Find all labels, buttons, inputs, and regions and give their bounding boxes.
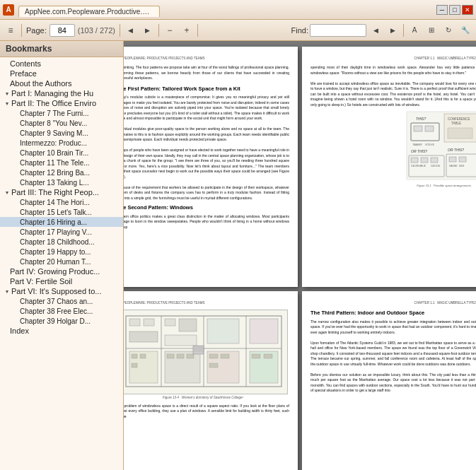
bookmark-label: Part IV: Growing Produc... bbox=[10, 267, 122, 276]
tree-toggle-icon[interactable]: ▼ bbox=[3, 89, 11, 98]
bookmark-item-contents[interactable]: Contents bbox=[0, 59, 123, 69]
bookmark-item-ch11[interactable]: Chapter 11 The Tele... bbox=[0, 158, 123, 168]
svg-rect-46 bbox=[167, 354, 174, 358]
svg-text:CONFERENCE: CONFERENCE bbox=[448, 117, 470, 121]
bookmark-item-part-ii[interactable]: ▼Part II: The Office Enviro bbox=[0, 98, 123, 108]
bookmark-item-index[interactable]: Index bbox=[0, 326, 123, 336]
back-button[interactable]: ◀ bbox=[123, 23, 139, 38]
toolbar-separator-4 bbox=[197, 24, 198, 37]
svg-text:GECKIE: GECKIE bbox=[431, 165, 441, 168]
find-input[interactable] bbox=[310, 24, 366, 37]
bookmark-item-part-iii[interactable]: ▼Part III: The Right Peop... bbox=[0, 187, 123, 197]
active-tab[interactable]: AppNee.com.Peopleware.Productive.Project… bbox=[18, 6, 160, 17]
tree-toggle-icon bbox=[13, 109, 20, 117]
svg-rect-13 bbox=[411, 158, 418, 163]
tree-toggle-icon bbox=[13, 148, 20, 157]
svg-text:SUE: SUE bbox=[421, 165, 426, 168]
zoom-out-button[interactable]: − bbox=[162, 23, 178, 38]
rotate-button[interactable]: ↻ bbox=[441, 23, 456, 38]
bookmark-item-ch12[interactable]: Chapter 12 Bring Ba... bbox=[0, 168, 123, 177]
maximize-button[interactable]: □ bbox=[449, 5, 460, 15]
text-tool-button[interactable]: A bbox=[407, 23, 422, 38]
svg-rect-14 bbox=[421, 158, 428, 163]
find-label: Find: bbox=[291, 26, 308, 35]
bookmark-item-ch20[interactable]: Chapter 20 Human T... bbox=[0, 257, 123, 266]
page-87-header: CHAPTER 1.1 MAGIC UMBRELLA TYPES 87 bbox=[310, 301, 476, 305]
bookmarks-tree[interactable]: ContentsPrefaceAbout the Authors▼Part I:… bbox=[0, 57, 123, 470]
find-prev-button[interactable]: ◀ bbox=[368, 23, 383, 38]
bookmark-item-ch37[interactable]: Chapter 37 Chaos an... bbox=[0, 296, 123, 306]
figure-13-1-caption: Figure 13-1 Possible space arrangements. bbox=[405, 184, 476, 188]
section-2-body: Modern office politics makes a great cla… bbox=[124, 214, 289, 230]
tree-toggle-icon[interactable]: ▼ bbox=[3, 99, 11, 107]
page-number-input[interactable] bbox=[50, 24, 75, 37]
forward-button[interactable]: ▶ bbox=[140, 23, 156, 38]
toolbar-separator-2 bbox=[120, 24, 120, 37]
bookmark-item-ch10[interactable]: Chapter 10 Brain Tir... bbox=[0, 148, 123, 158]
bookmark-label: Chapter 11 The Tele... bbox=[20, 159, 122, 167]
bookmark-item-ch15[interactable]: Chapter 15 Let's Talk... bbox=[0, 207, 123, 217]
tree-toggle-icon[interactable]: ▼ bbox=[3, 287, 11, 295]
bookmark-item-ch8[interactable]: Chapter 8 "You Nev... bbox=[0, 118, 123, 128]
tree-toggle-icon bbox=[13, 129, 20, 137]
menu-button[interactable]: ≡ bbox=[3, 23, 18, 38]
svg-rect-10 bbox=[448, 128, 472, 139]
bookmark-label: Chapter 16 Hiring a... bbox=[20, 218, 122, 226]
tree-toggle-icon bbox=[13, 198, 20, 206]
svg-rect-31 bbox=[129, 319, 140, 326]
svg-rect-47 bbox=[177, 354, 184, 358]
bookmark-label: Chapter 12 Bring Ba... bbox=[20, 169, 122, 177]
svg-rect-34 bbox=[165, 319, 175, 326]
select-tool-button[interactable]: ⊞ bbox=[424, 23, 439, 38]
close-button[interactable]: ✕ bbox=[462, 5, 473, 15]
pdf-page-86: 86 PEOPLEWARE: PRODUCTIVE PROJECTS AND T… bbox=[124, 291, 298, 470]
floorplan-svg bbox=[124, 310, 288, 394]
bookmark-item-ch38[interactable]: Chapter 38 Free Elec... bbox=[0, 306, 123, 316]
bookmark-item-ch18[interactable]: Chapter 18 Childhood... bbox=[0, 237, 123, 247]
svg-rect-50 bbox=[221, 354, 229, 358]
zoom-in-button[interactable]: + bbox=[179, 23, 195, 38]
bookmark-item-about-authors[interactable]: About the Authors bbox=[0, 78, 123, 88]
bookmark-item-part-i[interactable]: ▼Part I: Managing the Hu bbox=[0, 88, 123, 98]
bookmark-label: Part V: Fertile Soil bbox=[10, 277, 122, 286]
page-86-header: 86 PEOPLEWARE: PRODUCTIVE PROJECTS AND T… bbox=[124, 301, 289, 305]
bookmark-item-ch39[interactable]: Chapter 39 Holgar D... bbox=[0, 316, 123, 326]
svg-rect-32 bbox=[144, 319, 154, 326]
svg-rect-33 bbox=[129, 331, 158, 342]
bookmark-label: Chapter 14 The Hori... bbox=[20, 199, 122, 206]
bookmark-item-ch17[interactable]: Chapter 17 Playing V... bbox=[0, 227, 123, 237]
bookmark-label: Chapter 10 Brain Tir... bbox=[20, 149, 122, 157]
bookmark-item-part-iv[interactable]: Part IV: Growing Produc... bbox=[0, 266, 123, 276]
bookmark-item-ch7[interactable]: Chapter 7 The Furni... bbox=[0, 108, 123, 118]
tree-toggle-icon bbox=[13, 119, 20, 127]
pdf-content-area[interactable]: 84 PEOPLEWARE: PRODUCTIVE PROJECTS AND T… bbox=[124, 41, 476, 470]
tree-toggle-icon bbox=[3, 267, 10, 276]
bookmark-item-ch13[interactable]: Chapter 13 Taking L... bbox=[0, 177, 123, 187]
tree-toggle-icon bbox=[3, 79, 10, 88]
bookmark-label: Chapter 19 Happy to... bbox=[20, 248, 122, 256]
bookmark-item-part-v[interactable]: Part V: Fertile Soil bbox=[0, 276, 123, 286]
tools-button[interactable]: 🔧 bbox=[458, 23, 473, 38]
svg-rect-35 bbox=[179, 319, 197, 331]
find-next-button[interactable]: ▶ bbox=[385, 23, 400, 38]
bookmark-label: Chapter 13 Taking L... bbox=[20, 179, 122, 187]
bookmark-item-intermezzo[interactable]: Intermezzo: Produc... bbox=[0, 138, 123, 148]
bookmark-label: Chapter 20 Human T... bbox=[20, 258, 122, 266]
tree-toggle-icon bbox=[13, 158, 20, 167]
bookmark-item-part-vi[interactable]: ▼Part VI: It's Supposed to... bbox=[0, 286, 123, 296]
page-84-header: 84 PEOPLEWARE: PRODUCTIVE PROJECTS AND T… bbox=[124, 57, 289, 61]
bookmark-item-ch9[interactable]: Chapter 9 Saving M... bbox=[0, 128, 123, 138]
tree-toggle-icon[interactable]: ▼ bbox=[3, 188, 11, 196]
svg-rect-15 bbox=[431, 158, 438, 163]
svg-text:NED: NED bbox=[459, 165, 465, 168]
toolbar-separator-1 bbox=[21, 24, 22, 37]
tree-toggle-icon bbox=[13, 307, 20, 315]
bookmark-label: Part II: The Office Enviro bbox=[11, 99, 122, 107]
bookmark-item-ch16[interactable]: Chapter 16 Hiring a... bbox=[0, 217, 123, 227]
bookmark-item-ch14[interactable]: Chapter 14 The Hori... bbox=[0, 197, 123, 207]
bookmark-item-preface[interactable]: Preface bbox=[0, 69, 123, 78]
toolbar-right: Find: ◀ ▶ A ⊞ ↻ 🔧 bbox=[289, 23, 473, 38]
bookmark-label: Chapter 9 Saving M... bbox=[20, 129, 122, 137]
minimize-button[interactable]: ─ bbox=[436, 5, 448, 15]
bookmark-item-ch19[interactable]: Chapter 19 Happy to... bbox=[0, 247, 123, 257]
